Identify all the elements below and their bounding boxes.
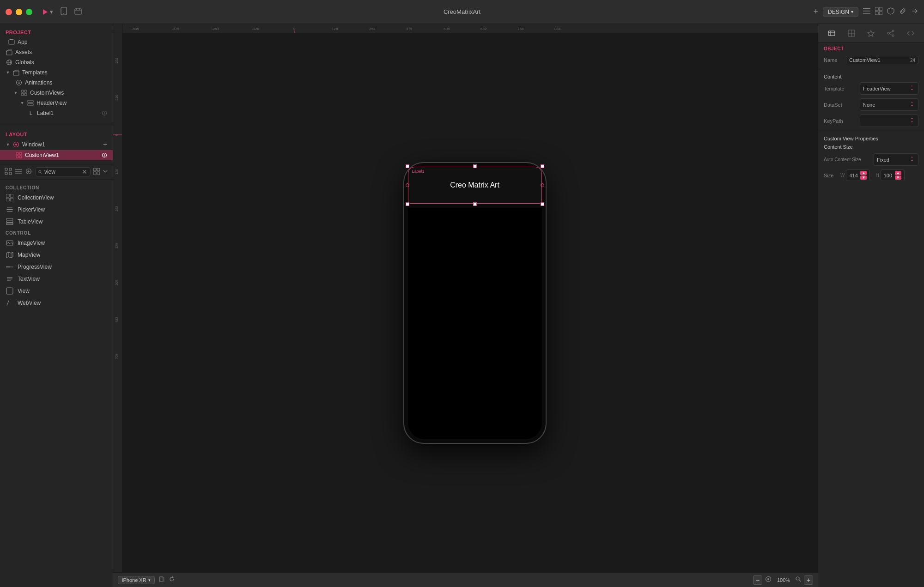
customview1-label: CustomView1 bbox=[25, 152, 99, 158]
svg-rect-14 bbox=[9, 40, 14, 44]
svg-rect-12 bbox=[875, 12, 878, 15]
canvas-viewport[interactable]: Creo Matrix Art Label1 bbox=[132, 33, 818, 572]
name-value-box[interactable]: CustomView1 24 bbox=[846, 56, 918, 64]
size-h-value: 100 bbox=[884, 173, 892, 178]
svg-point-31 bbox=[15, 144, 17, 145]
close-button[interactable] bbox=[6, 9, 12, 15]
size-w-down[interactable]: ▼ bbox=[860, 175, 867, 180]
comp-item-tableview[interactable]: TableView bbox=[0, 216, 113, 228]
device-selector[interactable]: iPhone XR ▾ bbox=[118, 576, 155, 584]
auto-content-size-value-box[interactable]: Fixed bbox=[874, 153, 918, 166]
name-label: Name bbox=[824, 57, 842, 63]
size-h-down[interactable]: ▼ bbox=[895, 175, 901, 180]
tree-item-label1[interactable]: L Label1 bbox=[0, 108, 113, 118]
dataset-value-box[interactable]: None bbox=[860, 98, 918, 111]
zoom-out-button[interactable]: − bbox=[753, 575, 762, 585]
tree-item-customview1[interactable]: CustomView1 bbox=[0, 150, 113, 160]
svg-rect-38 bbox=[9, 168, 12, 170]
customviews-chevron: ▼ bbox=[13, 91, 18, 95]
keypath-value-box[interactable] bbox=[860, 115, 918, 127]
tree-item-window1[interactable]: ▼ Window1 + bbox=[0, 139, 113, 150]
comp-item-imageview[interactable]: ImageView bbox=[0, 237, 113, 249]
svg-rect-34 bbox=[16, 156, 18, 158]
clear-search-button[interactable]: ✕ bbox=[82, 169, 87, 175]
svg-text:758: 758 bbox=[517, 27, 524, 31]
design-button[interactable]: DESIGN ▾ bbox=[823, 7, 858, 17]
template-value-box[interactable]: HeaderView bbox=[860, 82, 918, 95]
right-tool-events[interactable] bbox=[864, 27, 877, 40]
svg-line-101 bbox=[799, 580, 801, 582]
template-dropdown-arrow bbox=[909, 84, 915, 93]
refresh-button[interactable] bbox=[169, 576, 175, 584]
device-icon bbox=[61, 7, 67, 17]
auto-content-size-value: Fixed bbox=[877, 157, 889, 163]
zoom-reset-button[interactable] bbox=[765, 576, 772, 584]
svg-rect-35 bbox=[19, 156, 22, 158]
svg-rect-23 bbox=[21, 90, 24, 92]
size-h-up[interactable]: ▲ bbox=[895, 171, 901, 175]
svg-point-100 bbox=[796, 577, 799, 580]
component-icon-2[interactable] bbox=[15, 168, 22, 176]
template-label: Template bbox=[824, 86, 856, 91]
svg-text:379: 379 bbox=[115, 243, 118, 248]
maximize-button[interactable] bbox=[26, 9, 32, 15]
grid-view-toggle[interactable] bbox=[93, 168, 100, 176]
comp-item-view[interactable]: View bbox=[0, 285, 113, 297]
bottom-panel: ✕ COLLECTION bbox=[0, 164, 113, 587]
size-w-up[interactable]: ▲ bbox=[860, 171, 867, 175]
svg-rect-20 bbox=[13, 71, 19, 75]
component-icon-1[interactable] bbox=[5, 168, 12, 176]
handle-tl[interactable] bbox=[406, 164, 409, 168]
control-section-label: CONTROL bbox=[0, 228, 113, 237]
tree-item-animations[interactable]: Animations bbox=[0, 78, 113, 88]
collectionview-icon bbox=[6, 194, 14, 202]
search-input[interactable] bbox=[44, 169, 79, 175]
run-button[interactable]: ▾ bbox=[42, 8, 53, 15]
zoom-search-button[interactable] bbox=[796, 576, 801, 583]
comp-item-mapview[interactable]: MapView bbox=[0, 249, 113, 261]
rotate-button[interactable] bbox=[158, 576, 165, 584]
plus-button[interactable]: + bbox=[813, 7, 818, 17]
globals-icon bbox=[6, 59, 13, 66]
size-h-input[interactable]: 100 ▲ ▼ bbox=[881, 169, 905, 181]
size-h-stepper[interactable]: ▲ ▼ bbox=[895, 171, 901, 180]
tree-item-templates[interactable]: ▼ Templates bbox=[0, 67, 113, 78]
tree-item-headerview[interactable]: ▼ HeaderView bbox=[0, 98, 113, 108]
svg-line-48 bbox=[41, 172, 42, 173]
right-tool-layout[interactable] bbox=[845, 27, 858, 40]
content-label: Content bbox=[818, 71, 924, 80]
tree-item-globals[interactable]: Globals bbox=[0, 57, 113, 67]
window-title: CreoMatrixArt bbox=[444, 8, 480, 15]
comp-item-pickerview[interactable]: PickerView bbox=[0, 204, 113, 216]
right-tool-connections[interactable] bbox=[884, 27, 897, 40]
label1-indicator: Label1 bbox=[412, 169, 425, 174]
window1-add[interactable]: + bbox=[103, 140, 107, 149]
expand-panel-button[interactable] bbox=[103, 169, 108, 175]
svg-text:126: 126 bbox=[115, 169, 118, 175]
handle-tr[interactable] bbox=[541, 164, 544, 168]
window1-icon bbox=[12, 141, 20, 148]
tree-item-assets[interactable]: Assets bbox=[0, 47, 113, 57]
tree-item-customviews[interactable]: ▼ CustomViews bbox=[0, 88, 113, 98]
svg-point-47 bbox=[39, 170, 41, 173]
comp-item-collectionview[interactable]: CollectionView bbox=[0, 192, 113, 204]
comp-item-webview[interactable]: WebView bbox=[0, 297, 113, 309]
comp-item-progressview[interactable]: ProgressView bbox=[0, 261, 113, 273]
svg-rect-62 bbox=[6, 223, 13, 225]
tableview-label: TableView bbox=[18, 218, 43, 225]
tree-item-app[interactable]: App bbox=[0, 37, 113, 47]
minimize-button[interactable] bbox=[16, 9, 22, 15]
svg-point-110 bbox=[892, 35, 894, 36]
component-icon-3[interactable] bbox=[25, 168, 32, 176]
comp-item-textview[interactable]: TextView bbox=[0, 273, 113, 285]
search-box[interactable]: ✕ bbox=[35, 167, 91, 176]
zoom-in-button[interactable]: + bbox=[804, 575, 813, 585]
size-w-stepper[interactable]: ▲ ▼ bbox=[860, 171, 867, 180]
phone-mockup: Creo Matrix Art Label1 bbox=[403, 162, 547, 444]
size-w-input[interactable]: 414 ▲ ▼ bbox=[846, 169, 870, 181]
traffic-lights bbox=[6, 9, 32, 15]
right-tool-code[interactable] bbox=[904, 27, 917, 40]
svg-text:-252: -252 bbox=[115, 58, 118, 64]
name-value: CustomView1 bbox=[849, 57, 881, 63]
right-tool-inspect[interactable] bbox=[825, 27, 838, 40]
